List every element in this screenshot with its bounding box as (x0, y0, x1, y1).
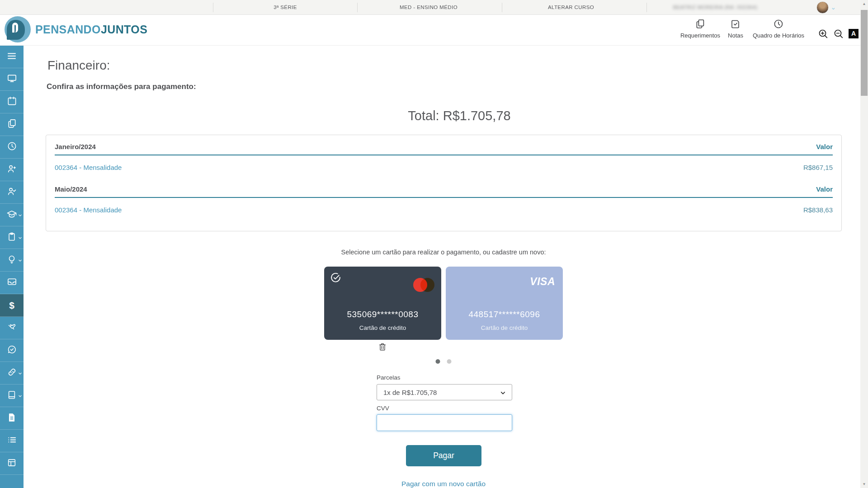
sidebar-item-clock[interactable] (0, 136, 24, 159)
carousel-dot[interactable] (447, 359, 452, 364)
grade-label: 3ª SÉRIE (274, 0, 297, 15)
installments-select[interactable]: 1x de R$1.705,78 (377, 384, 512, 400)
dollar-icon: $ (9, 300, 14, 310)
visa-icon: VISA (530, 276, 555, 288)
carousel-dot-active[interactable] (436, 359, 440, 364)
sidebar-item-person-add[interactable] (0, 159, 24, 181)
requerimentos-button[interactable]: Requerimentos (680, 19, 720, 39)
carousel-dots (436, 359, 452, 364)
credit-card-mastercard[interactable]: 535069******0083 Cartão de crédito (324, 267, 441, 340)
sidebar-item-menu[interactable] (0, 46, 24, 68)
avatar[interactable] (816, 1, 829, 14)
pay-button[interactable]: Pagar (406, 445, 481, 466)
invoice-description[interactable]: 002364 - Mensalidade (55, 164, 122, 171)
invoice-month: Maio/2024 (55, 185, 87, 193)
person-add-icon (7, 164, 17, 176)
scroll-down-arrow-icon[interactable]: ▼ (860, 480, 868, 488)
total-amount: Total: R$1.705,78 (408, 108, 510, 123)
lightbulb-icon (7, 254, 17, 266)
table-icon (7, 458, 17, 469)
page-subtitle: Confira as informações para pagamento: (47, 82, 196, 91)
chat-check-icon (7, 344, 17, 357)
documents-icon (7, 118, 17, 131)
sidebar-item-links[interactable] (0, 362, 24, 385)
cvv-label: CVV (377, 405, 389, 412)
divider (646, 3, 647, 12)
user-name: BEATRIZ MOREIRA (RA: 002364) (673, 0, 758, 15)
mastercard-icon (413, 278, 434, 292)
scrollbar-thumb[interactable] (861, 10, 868, 96)
vertical-scrollbar[interactable]: ▲ ▼ (860, 0, 868, 488)
invoice-month: Janeiro/2024 (55, 143, 96, 150)
pay-new-card-link[interactable]: Pagar com um novo cartão (401, 480, 486, 488)
sidebar-item-calendar[interactable] (0, 91, 24, 113)
invoice-row: 002364 - Mensalidade R$838,63 (55, 198, 833, 223)
clock-icon (7, 141, 17, 153)
sidebar-item-inbox[interactable] (0, 272, 24, 294)
card-type-label: Cartão de crédito (446, 324, 563, 331)
chevron-down-icon (18, 392, 22, 400)
clipboard-icon (7, 232, 17, 244)
divider (213, 3, 213, 12)
check-circle-icon (330, 272, 341, 285)
invoice-group-header: Janeiro/2024 Valor (55, 135, 833, 155)
header: PENSANDOJUNTOS Requerimentos Notas Quadr… (0, 15, 868, 46)
font-size-button[interactable]: A (849, 29, 859, 38)
quadro-horarios-button[interactable]: Quadro de Horários (753, 19, 804, 39)
chevron-down-icon[interactable]: ⌄ (831, 4, 836, 11)
sidebar-item-documents[interactable] (0, 113, 24, 136)
credit-card-visa[interactable]: VISA 448517******6096 Cartão de crédito (446, 267, 563, 340)
zoom-in-icon (818, 33, 829, 41)
cvv-input[interactable] (377, 414, 512, 431)
divider (357, 3, 358, 12)
sidebar-item-chat[interactable] (0, 339, 24, 362)
notas-button[interactable]: Notas (728, 19, 743, 39)
zoom-out-button[interactable] (833, 28, 844, 41)
delete-card-button[interactable] (378, 342, 387, 353)
clock-icon (773, 23, 784, 31)
top-strip: 3ª SÉRIE MED - ENSINO MÉDIO ALTERAR CURS… (0, 0, 868, 15)
installments-label: Parcelas (377, 374, 401, 381)
zoom-out-icon (833, 33, 844, 41)
sidebar-item-agreements[interactable] (0, 317, 24, 339)
file-text-icon (7, 413, 17, 424)
zoom-in-button[interactable] (818, 28, 829, 41)
sidebar-item-ideas[interactable] (0, 249, 24, 272)
calendar-icon (7, 96, 17, 108)
sidebar-item-academic[interactable] (0, 204, 24, 226)
book-icon (7, 390, 17, 402)
documents-icon (695, 23, 706, 31)
page-title: Financeiro: (47, 58, 110, 73)
sidebar-item-list[interactable] (0, 430, 24, 452)
logo-text: PENSANDOJUNTOS (35, 23, 147, 36)
value-column-header: Valor (816, 143, 833, 150)
value-column-header: Valor (816, 185, 833, 193)
card-number: 448517******6096 (446, 310, 563, 319)
chevron-down-icon (18, 211, 22, 219)
sidebar-item-person-check[interactable] (0, 181, 24, 204)
monitor-icon (7, 73, 17, 85)
person-check-icon (7, 186, 17, 198)
invoice-row: 002364 - Mensalidade R$867,15 (55, 155, 833, 181)
sidebar-item-desktop[interactable] (0, 68, 24, 91)
scroll-up-arrow-icon[interactable]: ▲ (860, 0, 868, 8)
sidebar-item-financeiro[interactable]: $ (0, 294, 24, 317)
menu-icon (6, 51, 17, 63)
sidebar-item-table[interactable] (0, 452, 24, 475)
course-label: MED - ENSINO MÉDIO (400, 0, 458, 15)
logo[interactable]: PENSANDOJUNTOS (5, 16, 147, 42)
sidebar-item-library[interactable] (0, 385, 24, 407)
invoice-group-header: Maio/2024 Valor (55, 181, 833, 198)
trash-icon (378, 345, 387, 353)
card-selection-prompt: Selecione um cartão para realizar o paga… (341, 249, 546, 256)
divider (502, 3, 502, 12)
sidebar-item-reports[interactable] (0, 407, 24, 430)
change-course-link[interactable]: ALTERAR CURSO (548, 0, 594, 15)
invoice-value: R$867,15 (803, 164, 833, 171)
chevron-down-icon (18, 369, 22, 377)
invoice-value: R$838,63 (803, 206, 833, 214)
sidebar-item-clipboard[interactable] (0, 226, 24, 249)
chevron-down-icon (18, 256, 22, 264)
graduation-cap-icon (6, 209, 17, 221)
invoice-description[interactable]: 002364 - Mensalidade (55, 206, 122, 214)
